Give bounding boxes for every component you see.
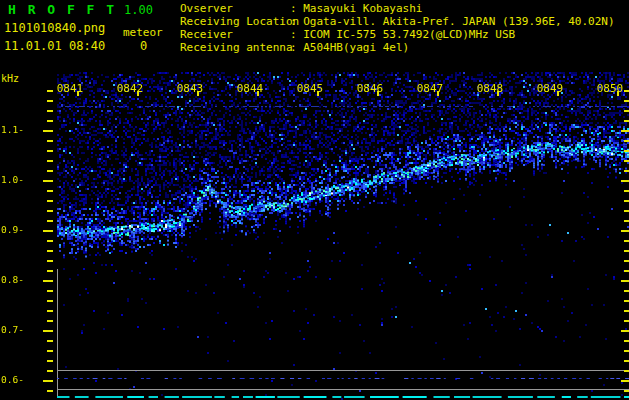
freq-minor-tick-left — [47, 370, 53, 372]
freq-minor-tick-left — [47, 110, 53, 112]
freq-minor-tick-right — [624, 390, 629, 392]
time-tick-label: 0848 — [475, 83, 505, 94]
freq-minor-tick-left — [47, 210, 53, 212]
time-tick — [197, 91, 199, 96]
freq-major-tick-right — [621, 380, 629, 382]
time-tick-label: 0847 — [415, 83, 445, 94]
freq-minor-tick-right — [624, 100, 629, 102]
freq-major-tick-left — [43, 280, 53, 282]
freq-minor-tick-left — [47, 350, 53, 352]
freq-minor-tick-right — [624, 260, 629, 262]
info-row-label: Receiving Location — [180, 15, 299, 28]
freq-minor-tick-left — [47, 390, 53, 392]
meteor-counter-label: meteor — [123, 26, 163, 39]
time-tick-label: 0841 — [55, 83, 85, 94]
datetime-label: 11.01.01 08:40 — [4, 39, 105, 53]
freq-minor-tick-left — [47, 100, 53, 102]
freq-minor-tick-left — [47, 270, 53, 272]
freq-major-tick-right — [621, 130, 629, 132]
freq-major-tick-left — [43, 230, 53, 232]
freq-major-tick-left — [43, 180, 53, 182]
time-tick — [377, 91, 379, 96]
time-tick-label: 0843 — [175, 83, 205, 94]
freq-tick-label: 0.9- — [1, 225, 24, 235]
freq-minor-tick-right — [624, 250, 629, 252]
time-tick — [257, 91, 259, 96]
freq-minor-tick-left — [47, 320, 53, 322]
freq-minor-tick-right — [624, 150, 629, 152]
freq-minor-tick-right — [624, 320, 629, 322]
freq-minor-tick-right — [624, 240, 629, 242]
freq-minor-tick-right — [624, 200, 629, 202]
time-tick — [317, 91, 319, 96]
info-row-value: : A504HB(yagi 4el) — [290, 41, 409, 54]
freq-minor-tick-left — [47, 150, 53, 152]
freq-major-tick-left — [43, 380, 53, 382]
time-tick-label: 0849 — [535, 83, 565, 94]
freq-minor-tick-left — [47, 220, 53, 222]
freq-major-tick-right — [621, 330, 629, 332]
time-tick-label: 0842 — [115, 83, 145, 94]
time-tick — [617, 91, 619, 96]
info-row-value: : Ogata-vill. Akita-Pref. JAPAN (139.96E… — [290, 15, 615, 28]
freq-minor-tick-right — [624, 170, 629, 172]
freq-minor-tick-left — [47, 200, 53, 202]
freq-tick-label: 0.6- — [1, 375, 24, 385]
freq-minor-tick-right — [624, 140, 629, 142]
freq-minor-tick-right — [624, 110, 629, 112]
khz-axis-unit-label: kHz — [1, 73, 19, 84]
freq-tick-label: 1.0- — [1, 175, 24, 185]
time-tick — [77, 91, 79, 96]
freq-minor-tick-left — [47, 250, 53, 252]
freq-minor-tick-left — [47, 160, 53, 162]
freq-tick-label: 0.7- — [1, 325, 24, 335]
info-row-label: Receiver — [180, 28, 233, 41]
time-tick-label: 0846 — [355, 83, 385, 94]
freq-minor-tick-right — [624, 300, 629, 302]
spectrogram-canvas — [57, 72, 629, 400]
output-filename: 1101010840.png — [4, 21, 105, 35]
freq-minor-tick-right — [624, 210, 629, 212]
freq-tick-label: 1.1- — [1, 125, 24, 135]
time-tick-label: 0850 — [595, 83, 625, 94]
info-row-label: Ovserver — [180, 2, 233, 15]
freq-minor-tick-left — [47, 360, 53, 362]
freq-minor-tick-left — [47, 340, 53, 342]
time-tick — [437, 91, 439, 96]
freq-minor-tick-right — [624, 310, 629, 312]
app-version: 1.00 — [124, 3, 153, 17]
freq-major-tick-right — [621, 280, 629, 282]
freq-minor-tick-right — [624, 270, 629, 272]
time-tick-label: 0845 — [295, 83, 325, 94]
hrofft-screen: H R O F F T 1.00 1101010840.png meteor 1… — [0, 0, 629, 400]
freq-minor-tick-left — [47, 300, 53, 302]
info-row-value: : Masayuki Kobayashi — [290, 2, 422, 15]
freq-minor-tick-right — [624, 290, 629, 292]
app-title: H R O F F T — [8, 2, 116, 17]
freq-minor-tick-right — [624, 220, 629, 222]
freq-minor-tick-right — [624, 190, 629, 192]
freq-major-tick-left — [43, 330, 53, 332]
freq-minor-tick-right — [624, 340, 629, 342]
freq-minor-tick-left — [47, 90, 53, 92]
freq-minor-tick-right — [624, 360, 629, 362]
freq-minor-tick-left — [47, 140, 53, 142]
freq-minor-tick-left — [47, 170, 53, 172]
info-row-value: : ICOM IC-575 53.7492(@LCD)MHz USB — [290, 28, 515, 41]
freq-major-tick-right — [621, 180, 629, 182]
info-row-label: Receiving antenna — [180, 41, 293, 54]
freq-tick-label: 0.8- — [1, 275, 24, 285]
freq-minor-tick-right — [624, 350, 629, 352]
freq-minor-tick-left — [47, 120, 53, 122]
freq-minor-tick-right — [624, 370, 629, 372]
freq-minor-tick-right — [624, 120, 629, 122]
time-tick — [557, 91, 559, 96]
freq-major-tick-left — [43, 130, 53, 132]
freq-minor-tick-right — [624, 160, 629, 162]
freq-major-tick-right — [621, 230, 629, 232]
freq-minor-tick-left — [47, 190, 53, 192]
meteor-counter-value: 0 — [140, 39, 147, 53]
freq-minor-tick-left — [47, 290, 53, 292]
freq-minor-tick-left — [47, 310, 53, 312]
time-tick — [497, 91, 499, 96]
